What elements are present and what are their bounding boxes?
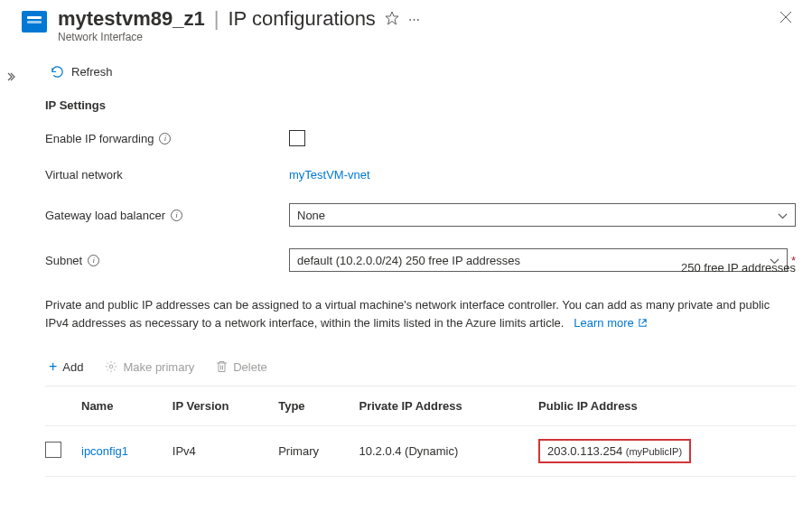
info-icon[interactable]: i xyxy=(88,255,99,266)
ipconfig-name-link[interactable]: ipconfig1 xyxy=(81,444,128,458)
delete-button[interactable]: Delete xyxy=(212,357,271,377)
svg-rect-0 xyxy=(27,16,42,19)
learn-more-link[interactable]: Learn more xyxy=(574,314,647,332)
title-separator: | xyxy=(214,7,219,31)
gateway-lb-value: None xyxy=(297,209,325,222)
refresh-label: Refresh xyxy=(71,65,113,79)
add-button[interactable]: + Add xyxy=(45,357,87,377)
public-ip-name: (myPublicIP) xyxy=(626,446,682,457)
public-ip-highlight: 203.0.113.254 (myPublicIP) xyxy=(538,439,691,463)
vnet-label: Virtual network xyxy=(45,168,123,182)
ip-forwarding-label: Enable IP forwarding xyxy=(45,132,154,145)
svg-point-2 xyxy=(110,365,114,368)
table-row[interactable]: ipconfig1 IPv4 Primary 10.2.0.4 (Dynamic… xyxy=(45,426,796,477)
more-icon[interactable]: ⋯ xyxy=(408,13,420,26)
ip-config-table: Name IP Version Type Private IP Address … xyxy=(45,387,796,477)
trash-icon xyxy=(216,360,228,373)
ip-configs-description: Private and public IP addresses can be a… xyxy=(45,296,796,331)
col-type: Type xyxy=(278,387,359,426)
subnet-label: Subnet xyxy=(45,254,82,267)
external-link-icon xyxy=(638,318,648,328)
info-icon[interactable]: i xyxy=(171,210,182,221)
page-title: IP configurations xyxy=(228,7,375,31)
svg-rect-1 xyxy=(27,21,42,23)
plus-icon: + xyxy=(49,359,57,375)
col-ip-version: IP Version xyxy=(173,387,278,426)
ip-settings-heading: IP Settings xyxy=(45,98,796,112)
col-public: Public IP Address xyxy=(538,387,796,426)
public-ip-value: 203.0.113.254 xyxy=(547,444,622,458)
refresh-icon xyxy=(51,65,64,79)
gear-icon xyxy=(105,360,117,373)
gateway-lb-label: Gateway load balancer xyxy=(45,209,165,222)
resource-icon xyxy=(22,11,47,33)
resource-type: Network Interface xyxy=(58,31,776,43)
resource-name: mytestvm89_z1 xyxy=(58,7,205,31)
favorite-icon[interactable] xyxy=(385,11,399,28)
make-primary-label: Make primary xyxy=(123,360,194,374)
col-name: Name xyxy=(81,387,173,426)
page-header: mytestvm89_z1 | IP configurations ⋯ Netw… xyxy=(22,7,796,43)
expand-nav-button[interactable] xyxy=(5,70,16,84)
private-ip-value: 10.2.0.4 (Dynamic) xyxy=(359,426,539,477)
subnet-value: default (10.2.0.0/24) 250 free IP addres… xyxy=(297,254,520,267)
row-checkbox[interactable] xyxy=(45,442,61,458)
gateway-lb-select[interactable]: None xyxy=(289,203,796,227)
type-value: Primary xyxy=(278,426,359,477)
col-private: Private IP Address xyxy=(359,387,539,426)
chevron-down-icon xyxy=(778,209,788,222)
add-label: Add xyxy=(62,360,83,374)
info-icon[interactable]: i xyxy=(159,133,171,144)
ip-forwarding-checkbox[interactable] xyxy=(289,130,305,146)
delete-label: Delete xyxy=(233,360,267,374)
ip-version-value: IPv4 xyxy=(173,426,278,477)
close-button[interactable] xyxy=(776,7,796,31)
make-primary-button[interactable]: Make primary xyxy=(101,357,198,377)
vnet-link[interactable]: myTestVM-vnet xyxy=(289,168,370,182)
refresh-button[interactable]: Refresh xyxy=(45,61,118,82)
